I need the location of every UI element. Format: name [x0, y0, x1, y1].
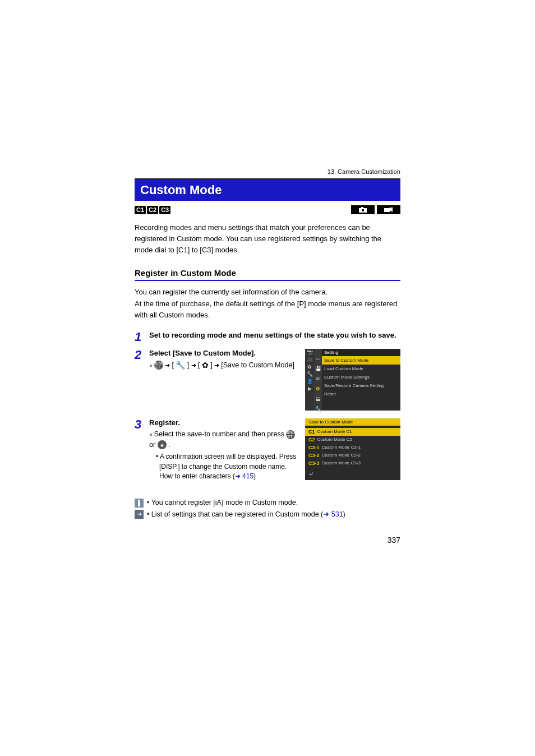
- breadcrumb: 13. Camera Customization: [135, 168, 400, 175]
- gear-sub-icon: ✿: [316, 386, 320, 391]
- info-note-icon: [135, 499, 144, 508]
- menu-panel-title: Setting: [322, 349, 400, 356]
- user-tab-icon: 👤: [305, 378, 314, 385]
- net-sub-icon: ≋: [316, 376, 320, 381]
- menu-path: MENUSET ➜ [ 🔧 ] ➜ [ ✿ ] ➜ [Save to Custo…: [149, 359, 299, 371]
- wrench2-sub-icon: 🔧: [315, 406, 321, 412]
- right-arrow-icon: ➜: [323, 510, 331, 518]
- confirmation-note: A confirmation screen will be displayed.…: [156, 452, 299, 481]
- step-line: Select the save-to number and then press…: [149, 429, 299, 450]
- section-heading: Register in Custom Mode: [135, 268, 400, 281]
- custom-tab-icon: ✿: [305, 363, 314, 371]
- mode-badges: C1 C2 C3: [135, 206, 170, 214]
- step-3: 3 Register. Select the save-to number an…: [135, 418, 299, 482]
- step-number: 2: [135, 349, 149, 371]
- play-tab-icon: ▶: [305, 385, 314, 393]
- mode-badge-c1: C1: [135, 206, 146, 214]
- step-heading: Register.: [149, 418, 299, 427]
- wrench-icon: 🔧: [176, 361, 185, 370]
- svg-rect-7: [138, 500, 140, 501]
- menu-subtabs: ▭ 💾 ≋ ✿ ⬓ 🔧: [314, 349, 322, 411]
- mode-badge-c2: C2: [147, 206, 158, 214]
- menu-item: C3-2Custom Mode C3-2: [305, 451, 400, 459]
- video-tab-icon: 🎥: [305, 356, 314, 363]
- menu-item: Save to Custom Mode: [322, 356, 400, 365]
- note-text: You cannot register [iA] mode in Custom …: [147, 499, 298, 506]
- menu-item: C3-3Custom Mode C3-3: [305, 459, 400, 467]
- menu-item: Reset: [322, 390, 400, 398]
- menu-sidebar-tabs: 📷 🎥 ✿ 🔧 👤 ▶: [305, 349, 314, 411]
- menu-item: C3-1Custom Mode C3-1: [305, 444, 400, 451]
- arrow-icon: ➜: [165, 362, 172, 368]
- menu-set-icon: MENUSET: [286, 430, 295, 439]
- page-number: 337: [135, 536, 400, 545]
- svg-point-2: [362, 209, 365, 212]
- back-icon: ⤶: [305, 468, 400, 480]
- card-sub-icon: 💾: [315, 366, 321, 371]
- svg-point-5: [390, 208, 391, 209]
- svg-rect-1: [361, 207, 363, 209]
- intro-text: Recording modes and menu settings that m…: [135, 222, 400, 256]
- step-1: 1 Set to recording mode and menu setting…: [135, 331, 400, 343]
- note-link: ➔ List of settings that can be registere…: [135, 510, 400, 519]
- save-slot-menu-figure: Save to Custom Mode C1Custom Mode C1 C2C…: [305, 418, 400, 480]
- joystick-icon: ◉: [158, 440, 167, 449]
- arrow-note-icon: ➔: [135, 510, 144, 519]
- right-arrow-icon: ➜: [235, 472, 242, 480]
- step-2: 2 Select [Save to Custom Mode]. MENUSET …: [135, 349, 299, 371]
- menu-item: C2Custom Mode C2: [305, 436, 400, 444]
- step-3-row: 3 Register. Select the save-to number an…: [135, 418, 400, 487]
- screen-sub-icon: ⬓: [316, 396, 321, 402]
- page-ref-link[interactable]: 531: [331, 510, 343, 518]
- step-number: 3: [135, 418, 149, 482]
- note-text: List of settings that can be registered …: [147, 510, 345, 518]
- notes-block: You cannot register [iA] mode in Custom …: [135, 499, 400, 519]
- svg-point-6: [391, 208, 393, 209]
- step-number: 1: [135, 331, 149, 343]
- wrench-tab-icon: 🔧: [305, 371, 314, 378]
- settings-menu-figure: 📷 🎥 ✿ 🔧 👤 ▶ ▭ 💾 ≋ ✿ ⬓ 🔧 Setting: [305, 349, 400, 411]
- page-title: Custom Mode: [135, 178, 400, 201]
- camera-tab-icon: 📷: [305, 349, 314, 356]
- svg-rect-3: [384, 208, 390, 212]
- mode-badge-row: C1 C2 C3: [135, 205, 400, 214]
- arrow-icon: ➜: [191, 362, 198, 368]
- arrow-icon: ➜: [214, 362, 221, 368]
- mode-badge-c3: C3: [159, 206, 170, 214]
- page-ref-link[interactable]: 415: [242, 472, 253, 480]
- menu-item: Load Custom Mode: [322, 365, 400, 373]
- video-mode-icon: [377, 205, 400, 214]
- menu-item: C1Custom Mode C1: [305, 428, 400, 436]
- note-info: You cannot register [iA] mode in Custom …: [135, 499, 400, 508]
- step-heading: Set to recording mode and menu settings …: [149, 331, 400, 339]
- section-text: You can register the currently set infor…: [135, 287, 400, 320]
- step-2-row: 2 Select [Save to Custom Mode]. MENUSET …: [135, 349, 400, 411]
- photo-mode-icon: [351, 205, 375, 214]
- menu-item: Custom Mode Settings: [322, 373, 400, 381]
- step-heading: Select [Save to Custom Mode].: [149, 349, 299, 357]
- svg-rect-8: [138, 501, 140, 506]
- page-content: 13. Camera Customization Custom Mode C1 …: [0, 0, 535, 578]
- menu-panel-title: Save to Custom Mode: [305, 418, 400, 426]
- menu-set-icon: MENUSET: [154, 361, 163, 370]
- gear-icon: ✿: [202, 361, 209, 370]
- menu-path-end: [Save to Custom Mode]: [221, 361, 294, 369]
- menu-item: Save/Restore Camera Setting: [322, 381, 400, 390]
- menu-main-panel: Setting Save to Custom Mode Load Custom …: [322, 349, 400, 411]
- page-sub-icon: ▭: [316, 356, 321, 361]
